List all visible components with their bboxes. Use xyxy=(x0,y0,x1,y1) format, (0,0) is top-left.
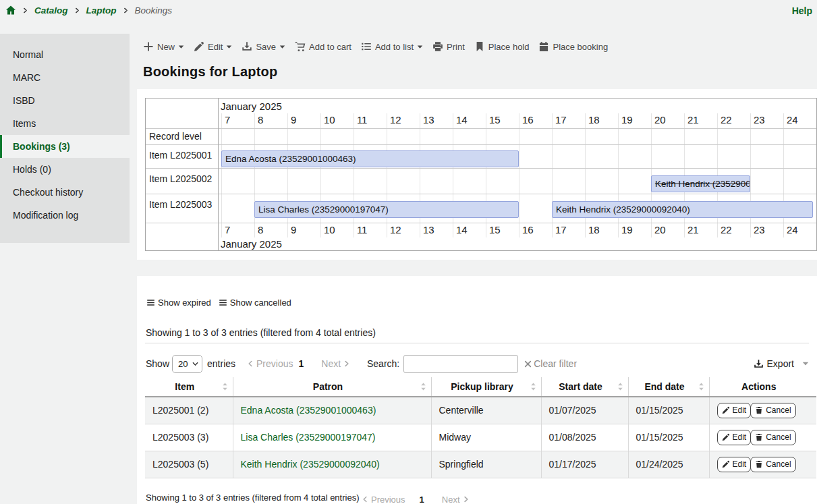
sort-icon[interactable] xyxy=(420,383,426,391)
cancel-button[interactable]: Cancel xyxy=(750,403,795,418)
sidebar-item-isbd[interactable]: ISBD xyxy=(0,89,130,112)
timeline-day-label-top: 9 xyxy=(291,114,296,125)
previous-page-button[interactable]: Previous xyxy=(362,495,405,504)
sort-icon[interactable] xyxy=(530,383,536,391)
toolbar-button-place-hold[interactable]: Place hold xyxy=(474,41,530,52)
download-icon xyxy=(754,359,764,369)
column-header-label: Patron xyxy=(313,381,343,392)
clear-filter-button[interactable]: Clear filter xyxy=(524,358,577,369)
trash-icon xyxy=(755,460,763,468)
next-page-button[interactable]: Next xyxy=(442,495,470,504)
filter-button-show-expired[interactable]: Show expired xyxy=(146,298,211,308)
patron-link[interactable]: Keith Hendrix (23529000092040) xyxy=(241,459,380,470)
caret-down-icon xyxy=(178,44,184,50)
timeline-booking-item[interactable]: Keith Hendrix (23529000092040) xyxy=(552,201,813,218)
patron-link[interactable]: Edna Acosta (23529001000463) xyxy=(241,405,376,416)
breadcrumb-link[interactable]: Catalog xyxy=(34,5,68,16)
sort-icon[interactable] xyxy=(698,383,704,391)
timeline-day-label-bottom: 18 xyxy=(588,224,600,235)
column-header-end-date[interactable]: End date xyxy=(628,377,709,397)
bookings-timeline: January 2025January 20257788991010111112… xyxy=(145,98,817,251)
timeline-gridline xyxy=(221,113,222,237)
toolbar-button-print[interactable]: Print xyxy=(432,41,465,52)
timeline-day-label-bottom: 8 xyxy=(258,224,263,235)
breadcrumb-link[interactable]: Laptop xyxy=(86,5,117,16)
timeline-row-border xyxy=(146,168,816,169)
filter-button-show-cancelled[interactable]: Show cancelled xyxy=(219,298,291,308)
chevron-right-icon xyxy=(463,496,470,503)
next-label: Next xyxy=(321,358,341,369)
search-input[interactable] xyxy=(403,355,518,373)
previous-page-button[interactable]: Previous xyxy=(247,358,293,369)
cell-pickup-library: Springfield xyxy=(431,451,541,478)
timeline-day-label-top: 14 xyxy=(456,114,468,125)
timeline-booking-item[interactable]: Lisa Charles (23529000197047) xyxy=(254,201,519,218)
main-content: NewEditSaveAdd to cartAdd to listPrintPl… xyxy=(137,22,817,504)
patron-link[interactable]: Lisa Charles (23529000197047) xyxy=(241,432,376,443)
timeline-day-label-bottom: 10 xyxy=(324,224,335,235)
sidebar-item-modification-log[interactable]: Modification log xyxy=(0,204,130,227)
timeline-day-label-bottom: 14 xyxy=(456,224,468,235)
page-length-control: Show 20 entries xyxy=(146,354,235,373)
cancel-button[interactable]: Cancel xyxy=(750,430,795,445)
next-page-button[interactable]: Next xyxy=(321,358,350,369)
koha-bookings-page: { "colors": { "accent_green": "#0a6524",… xyxy=(0,0,817,504)
timeline-gridline xyxy=(585,113,586,237)
timeline-day-label-bottom: 13 xyxy=(423,224,434,235)
timeline-day-label-top: 7 xyxy=(225,114,230,125)
sort-icon[interactable] xyxy=(617,383,623,391)
toolbar-button-add-to-list[interactable]: Add to list xyxy=(361,41,423,52)
sidebar-item-checkout-history[interactable]: Checkout history xyxy=(0,181,130,204)
page-length-value: 20 xyxy=(178,359,188,369)
sidebar-item-normal[interactable]: Normal xyxy=(0,43,130,66)
timeline-month-label-bottom: January 2025 xyxy=(221,238,282,250)
toolbar-button-label: Place booking xyxy=(553,42,608,52)
column-header-item[interactable]: Item xyxy=(145,377,233,397)
toolbar-button-place-booking[interactable]: Place booking xyxy=(538,41,608,52)
cell-end-date: 01/15/2025 xyxy=(628,397,709,424)
sidebar-item-items[interactable]: Items xyxy=(0,112,130,135)
bars-icon xyxy=(219,298,227,307)
toolbar-button-label: Edit xyxy=(208,42,223,52)
toolbar-button-edit[interactable]: Edit xyxy=(194,41,232,52)
timeline-day-label-top: 24 xyxy=(787,114,798,125)
sidebar-item-bookings[interactable]: Bookings (3) xyxy=(0,135,130,158)
edit-button[interactable]: Edit xyxy=(717,430,752,445)
caret-down-icon[interactable] xyxy=(802,360,809,367)
chevron-right-icon xyxy=(123,7,129,13)
edit-button[interactable]: Edit xyxy=(717,457,752,472)
toolbar-button-add-to-cart[interactable]: Add to cart xyxy=(295,41,351,52)
printer-icon xyxy=(432,41,443,52)
sidebar-item-marc[interactable]: MARC xyxy=(0,66,130,89)
home-icon[interactable] xyxy=(5,5,16,16)
timeline-group-label: Item L2025003 xyxy=(149,199,212,210)
previous-label: Previous xyxy=(371,495,405,504)
pencil-icon xyxy=(722,460,730,468)
breadcrumb-current: Bookings xyxy=(135,5,173,16)
filter-button-label: Show expired xyxy=(158,298,211,308)
timeline-day-label-top: 21 xyxy=(687,114,699,125)
toolbar-button-new[interactable]: New xyxy=(143,41,184,52)
column-header-patron[interactable]: Patron xyxy=(233,377,431,397)
toolbar-button-label: Add to cart xyxy=(309,42,351,52)
timeline-day-label-bottom: 7 xyxy=(225,224,230,235)
cancel-button-label: Cancel xyxy=(766,432,791,442)
timeline-booking-item[interactable]: Keith Hendrix (23529000092040) xyxy=(651,175,750,192)
column-header-pickup-library[interactable]: Pickup library xyxy=(431,377,541,397)
edit-button[interactable]: Edit xyxy=(717,403,752,418)
help-link[interactable]: Help xyxy=(792,5,812,16)
cell-item: L2025003 (5) xyxy=(145,451,233,478)
timeline-gridline xyxy=(783,113,784,237)
sidebar-item-holds[interactable]: Holds (0) xyxy=(0,158,130,181)
export-button[interactable]: Export xyxy=(754,358,794,369)
column-header-start-date[interactable]: Start date xyxy=(541,377,628,397)
page-number[interactable]: 1 xyxy=(298,358,304,369)
timeline-booking-item[interactable]: Edna Acosta (23529001000463) xyxy=(221,150,519,167)
timeline-day-label-top: 20 xyxy=(654,114,666,125)
sort-icon[interactable] xyxy=(222,383,228,391)
toolbar: NewEditSaveAdd to cartAdd to listPrintPl… xyxy=(143,40,617,53)
page-number[interactable]: 1 xyxy=(420,495,424,504)
toolbar-button-save[interactable]: Save xyxy=(242,41,285,52)
page-length-select[interactable]: 20 xyxy=(172,355,202,373)
cancel-button[interactable]: Cancel xyxy=(750,457,795,472)
